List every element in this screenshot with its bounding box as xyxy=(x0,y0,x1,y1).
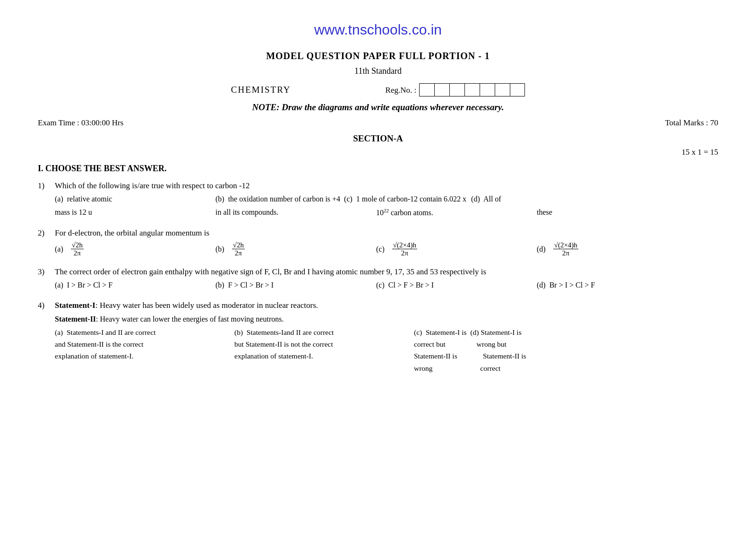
q4-cont-row1: and Statement-II is the correct but Stat… xyxy=(55,339,718,350)
q2-frac-a-num: √2h xyxy=(71,241,84,250)
q2-opt-a: (a) √2h 2π xyxy=(55,241,187,257)
section-a-header: SECTION-A xyxy=(38,132,718,146)
q2-frac-c-num: √(2×4)h xyxy=(392,241,417,250)
q2-text: For d-electron, the orbital angular mome… xyxy=(55,227,718,239)
q1-text: Which of the following is/are true with … xyxy=(55,180,718,192)
q4-options-row1: (a) Statements-I and II are correct (b) … xyxy=(55,327,718,338)
page: www.tnschools.co.in MODEL QUESTION PAPER… xyxy=(0,0,756,533)
section-a-marks: 15 x 1 = 15 xyxy=(38,146,718,158)
q2-row: 2) For d-electron, the orbital angular m… xyxy=(38,227,718,239)
regno-cell-6[interactable] xyxy=(495,83,510,96)
q1-opt-d: (d) All of xyxy=(471,193,632,205)
regno-cell-3[interactable] xyxy=(449,83,464,96)
q4-cont-a: and Statement-II is the correct xyxy=(55,339,234,350)
q4-stmt1-label: Statement-I xyxy=(55,301,95,310)
q2-frac-d-den: 2π xyxy=(561,249,570,257)
q4-cont-c: correct but wrong but xyxy=(414,339,593,350)
total-marks: Total Marks : 70 xyxy=(665,117,718,129)
q4-row: 4) Statement-I: Heavy water has been wid… xyxy=(38,299,718,312)
q3-opt-c: (c) Cl > F > Br > I xyxy=(376,280,537,291)
q3-options-row: (a) I > Br > Cl > F (b) F > Cl > Br > I … xyxy=(55,280,718,291)
subject-regno-row: CHEMISTRY Reg.No. : xyxy=(38,83,718,97)
q2-number: 2) xyxy=(38,227,51,239)
q1-cont-d: these xyxy=(537,207,697,218)
q2-frac-b-den: 2π xyxy=(234,249,243,257)
regno-cell-1[interactable] xyxy=(419,83,434,96)
q2-frac-b: √2h 2π xyxy=(232,241,245,257)
q2-frac-d-num: √(2×4)h xyxy=(553,241,578,250)
q2-frac-a: √2h 2π xyxy=(71,241,84,257)
q4-opt-c: (c) Statement-I is (d) Statement-I is xyxy=(414,327,593,338)
website-link-section: www.tnschools.co.in xyxy=(38,19,718,40)
q2-frac-c: √(2×4)h 2π xyxy=(392,241,417,257)
q4-cont-b: but Statement-II is not the correct xyxy=(234,339,414,350)
instruction: I. CHOOSE THE BEST ANSWER. xyxy=(38,162,718,175)
q4-cont-c3: wrong correct xyxy=(414,363,593,374)
regno-label: Reg.No. : xyxy=(386,84,417,96)
q4-cont-a2: explanation of statement-I. xyxy=(55,350,234,361)
regno-cell-5[interactable] xyxy=(480,83,495,96)
website-url[interactable]: www.tnschools.co.in xyxy=(314,22,442,37)
paper-title: MODEL QUESTION PAPER FULL PORTION - 1 xyxy=(38,49,718,63)
paper-standard: 11th Standard xyxy=(38,65,718,78)
q1-cont-a: mass is 12 u xyxy=(55,207,215,218)
q4-stmt2: Statement-II: Heavy water can lower the … xyxy=(55,314,718,325)
q2-opt-d: (d) √(2×4)h 2π xyxy=(537,241,669,257)
q3-opt-a: (a) I > Br > Cl > F xyxy=(55,280,215,291)
q2-frac-c-den: 2π xyxy=(400,249,409,257)
note-line: NOTE: Draw the diagrams and write equati… xyxy=(38,101,718,114)
q4-cont-c2: Statement-II is Statement-II is xyxy=(414,350,593,361)
question-3: 3) The correct order of electron gain en… xyxy=(38,266,718,291)
regno-cells xyxy=(419,83,525,96)
q1-cont-b: in all its compounds. xyxy=(215,207,376,218)
q4-cont-b2: explanation of statement-I. xyxy=(234,350,414,361)
exam-time: Exam Time : 03:00:00 Hrs xyxy=(38,117,123,129)
question-2: 2) For d-electron, the orbital angular m… xyxy=(38,227,718,257)
q3-row: 3) The correct order of electron gain en… xyxy=(38,266,718,278)
q4-cont-row3: wrong correct xyxy=(55,363,718,374)
q4-opt-b: (b) Statements-Iand II are correct xyxy=(234,327,414,338)
q1-opt-a: (a) relative atomic xyxy=(55,193,215,205)
q4-stmt2-label: Statement-II xyxy=(55,315,96,323)
regno-cell-2[interactable] xyxy=(434,83,449,96)
q3-number: 3) xyxy=(38,266,51,278)
q3-opt-d: (d) Br > I > Cl > F xyxy=(537,280,697,291)
question-4: 4) Statement-I: Heavy water has been wid… xyxy=(38,299,718,374)
q1-options-row1: (a) relative atomic (b) the oxidation nu… xyxy=(55,193,718,205)
q2-frac-b-num: √2h xyxy=(232,241,245,250)
regno-cell-4[interactable] xyxy=(464,83,480,96)
question-1: 1) Which of the following is/are true wi… xyxy=(38,180,718,219)
q1-cont-row: mass is 12 u in all its compounds. 1022 … xyxy=(55,207,718,218)
q2-opt-b: (b) √2h 2π xyxy=(215,241,348,257)
q3-opt-b: (b) F > Cl > Br > I xyxy=(215,280,376,291)
q4-number: 4) xyxy=(38,299,51,312)
q2-frac-d: √(2×4)h 2π xyxy=(553,241,578,257)
q2-options: (a) √2h 2π (b) √2h 2π (c) √(2×4)h 2π xyxy=(55,241,718,257)
q4-cont-row2: explanation of statement-I. explanation … xyxy=(55,350,718,361)
regno-box: Reg.No. : xyxy=(386,83,525,96)
exam-total-row: Exam Time : 03:00:00 Hrs Total Marks : 7… xyxy=(38,117,718,129)
q1-row: 1) Which of the following is/are true wi… xyxy=(38,180,718,192)
q4-cont-b3 xyxy=(234,363,414,374)
q1-cont-c: 1022 carbon atoms. xyxy=(376,207,537,218)
q4-cont-a3 xyxy=(55,363,234,374)
q4-text: Statement-I: Heavy water has been widely… xyxy=(55,299,718,312)
q1-opt-b: (b) the oxidation number of carbon is +4… xyxy=(215,193,471,205)
q2-frac-a-den: 2π xyxy=(73,249,82,257)
q2-opt-c: (c) √(2×4)h 2π xyxy=(376,241,508,257)
regno-cell-7[interactable] xyxy=(510,83,525,96)
q3-text: The correct order of electron gain entha… xyxy=(55,266,718,278)
q4-opt-a: (a) Statements-I and II are correct xyxy=(55,327,234,338)
subject-label: CHEMISTRY xyxy=(231,83,291,97)
q1-number: 1) xyxy=(38,180,51,192)
